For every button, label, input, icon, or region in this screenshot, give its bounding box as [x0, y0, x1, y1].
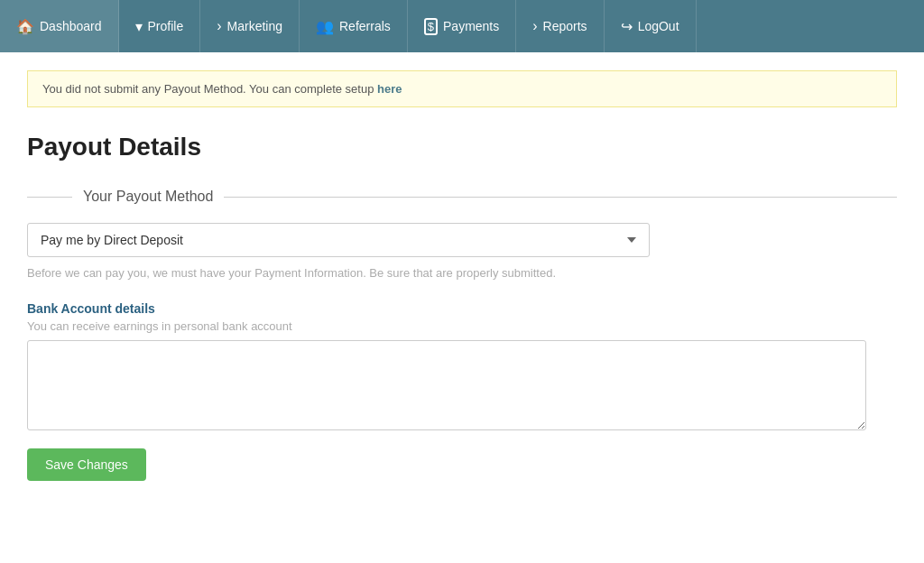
payments-icon: $: [424, 18, 438, 35]
logout-icon: ↪: [621, 18, 633, 35]
nav-dashboard[interactable]: 🏠 Dashboard: [0, 0, 119, 52]
divider-right: [224, 197, 897, 198]
nav-dashboard-label: Dashboard: [40, 19, 102, 33]
bank-subtitle: You can receive earnings in personal ban…: [27, 319, 897, 333]
page-title: Payout Details: [27, 133, 897, 162]
nav-profile-label: Profile: [148, 19, 184, 33]
chevron-down-icon: ▾: [135, 18, 143, 35]
alert-link[interactable]: here: [377, 82, 402, 96]
nav-reports[interactable]: › Reports: [516, 0, 604, 52]
alert-banner: You did not submit any Payout Method. Yo…: [27, 70, 897, 107]
nav-reports-label: Reports: [543, 19, 587, 33]
payout-method-select[interactable]: Pay me by Direct Deposit Pay me by PayPa…: [27, 223, 650, 257]
nav-payments[interactable]: $ Payments: [408, 0, 516, 52]
referrals-icon: 👥: [316, 18, 334, 35]
main-nav: 🏠 Dashboard ▾ Profile › Marketing 👥 Refe…: [0, 0, 924, 52]
section-title: Your Payout Method: [83, 189, 213, 205]
home-icon: 🏠: [16, 18, 34, 35]
bank-account-section: Bank Account details You can receive ear…: [27, 301, 897, 434]
payout-hint: Before we can pay you, we must have your…: [27, 266, 897, 280]
nav-marketing[interactable]: › Marketing: [200, 0, 300, 52]
nav-referrals[interactable]: 👥 Referrals: [300, 0, 408, 52]
divider-left: [27, 197, 72, 198]
bank-textarea[interactable]: [27, 340, 866, 430]
section-header: Your Payout Method: [27, 189, 897, 205]
nav-logout[interactable]: ↪ LogOut: [605, 0, 697, 52]
nav-profile[interactable]: ▾ Profile: [119, 0, 201, 52]
nav-marketing-label: Marketing: [227, 19, 282, 33]
payout-section: Your Payout Method Pay me by Direct Depo…: [27, 189, 897, 280]
chevron-right-icon-reports: ›: [532, 18, 537, 34]
save-changes-button[interactable]: Save Changes: [27, 448, 146, 481]
nav-payments-label: Payments: [443, 19, 499, 33]
chevron-right-icon: ›: [217, 18, 221, 34]
bank-title: Bank Account details: [27, 301, 897, 316]
alert-message: You did not submit any Payout Method. Yo…: [42, 82, 377, 96]
nav-logout-label: LogOut: [638, 19, 679, 33]
main-content: You did not submit any Payout Method. Yo…: [0, 52, 924, 563]
nav-referrals-label: Referrals: [339, 19, 391, 33]
